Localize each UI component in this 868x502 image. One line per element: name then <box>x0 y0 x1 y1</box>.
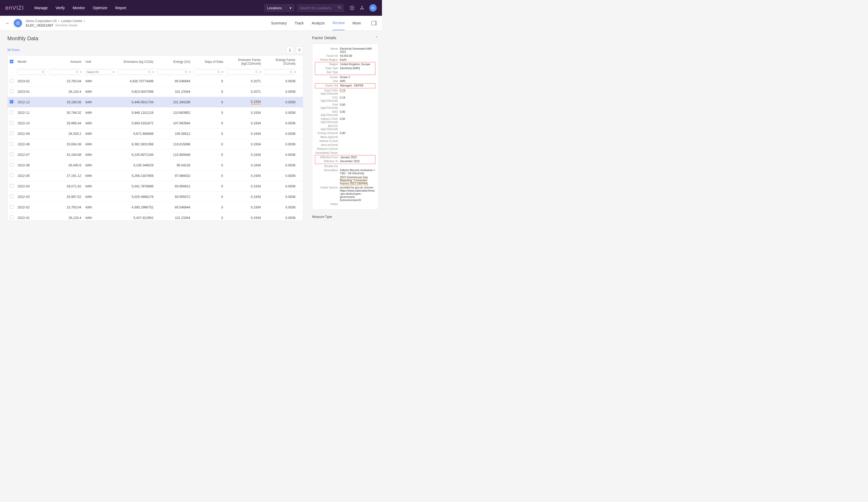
breadcrumb-item-1[interactable]: London Centre <box>61 19 82 23</box>
col-emissions[interactable]: Emissions (kg CO2e) <box>116 55 155 68</box>
detail-label: Energy (GJ)/unit <box>315 132 340 135</box>
col-unit[interactable]: Unit <box>83 55 116 68</box>
settings-button[interactable] <box>296 46 303 54</box>
row-checkbox[interactable] <box>10 132 13 135</box>
sort-unit-icon[interactable]: ▾ <box>113 71 114 73</box>
table-row[interactable]: 2022-07 32,194.68 kWh 6,225.8072184 115.… <box>8 149 303 160</box>
cell-amount: 29,329.2 <box>48 128 83 139</box>
side-panel: Factor Details ⌃ NameElectricity Generat… <box>308 31 382 221</box>
tab-analyze[interactable]: Analyze <box>311 16 325 30</box>
table-row[interactable]: 2022-05 27,191.12 kWh 5,258.2187856 97.8… <box>8 170 303 181</box>
detail-label: CH4 (kgCO2e/unit) <box>315 103 340 109</box>
back-button[interactable]: ← <box>5 21 10 26</box>
nav-manage[interactable]: Manage <box>34 6 48 10</box>
table-row[interactable]: 2022-01 28,120.4 kWh 5,437.922952 101.23… <box>8 213 303 221</box>
sort-ef-icon[interactable]: ▾ <box>260 71 261 73</box>
row-checkbox[interactable] <box>10 90 13 93</box>
nav-verify[interactable]: Verify <box>55 6 65 10</box>
table-row[interactable]: 2022-04 26,071.92 kWh 5,041.7878896 93.8… <box>8 181 303 191</box>
cell-emissions: 5,446.5631704 <box>116 97 155 107</box>
filter-energyf[interactable] <box>265 70 294 75</box>
detail-value: kWh <box>340 80 375 83</box>
col-days[interactable]: Days of Data <box>193 55 225 68</box>
search-input[interactable] <box>297 4 344 12</box>
row-checkbox[interactable] <box>10 216 13 219</box>
collapse-panel-icon[interactable]: ⌃ <box>375 36 378 40</box>
cell-unit: kWh <box>83 181 116 191</box>
main-content: Monthly Data 98 Rows Month <box>0 31 382 221</box>
panel-toggle-button[interactable] <box>371 21 377 25</box>
table-row[interactable]: 2022-10 29,995.44 kWh 5,800.5181872 107.… <box>8 118 303 128</box>
nav-report[interactable]: Report <box>115 6 126 10</box>
sort-emissions-icon[interactable]: ▾ <box>153 71 154 73</box>
tab-summary[interactable]: Summary <box>271 16 287 30</box>
row-checkbox[interactable] <box>10 205 13 209</box>
detail-label: Factor Set <box>315 84 340 87</box>
help-icon[interactable] <box>349 5 355 11</box>
row-checkbox[interactable] <box>10 79 13 83</box>
filter-ef[interactable] <box>227 70 259 75</box>
cell-energy: 93.555072 <box>156 191 193 202</box>
row-checkbox[interactable] <box>10 153 13 156</box>
cell-ef: 0.1934 <box>225 170 263 181</box>
tab-more[interactable]: More <box>352 16 361 30</box>
row-checkbox[interactable] <box>10 163 13 167</box>
avatar[interactable]: IK <box>369 4 377 12</box>
nav-optimize[interactable]: Optimize <box>93 6 107 10</box>
menu-button[interactable] <box>14 19 22 27</box>
col-energyf[interactable]: Energy Factor (GJ/unit) <box>263 55 298 68</box>
download-button[interactable] <box>286 46 293 54</box>
row-checkbox[interactable] <box>10 121 13 125</box>
row-checkbox[interactable] <box>10 142 13 146</box>
detail-value: Earth <box>340 58 375 61</box>
filter-emissions[interactable] <box>117 70 152 75</box>
cell-month: 2022-06 <box>16 160 48 170</box>
tab-track[interactable]: Track <box>295 16 303 30</box>
col-month[interactable]: Month <box>16 55 48 68</box>
table-row[interactable]: 2022-11 30,748.32 kWh 5,946.1101216 110.… <box>8 107 303 118</box>
select-all-checkbox[interactable] <box>10 60 13 63</box>
filter-unit[interactable] <box>85 70 113 75</box>
nav-monitor[interactable]: Monitor <box>73 6 85 10</box>
sort-energy-icon[interactable]: ▾ <box>189 71 191 73</box>
row-count: 98 Rows <box>7 48 20 52</box>
table-row[interactable]: 2022-03 25,987.52 kWh 5,025.4666176 93.5… <box>8 191 303 202</box>
filter-energy[interactable] <box>157 70 189 75</box>
row-checkbox[interactable] <box>10 195 13 198</box>
tab-review[interactable]: Review <box>332 16 345 30</box>
table-row[interactable]: 2022-12 28,165.08 kWh 5,446.5631704 101.… <box>8 97 303 107</box>
row-checkbox[interactable] <box>10 174 13 177</box>
row-checkbox[interactable] <box>10 100 13 104</box>
breadcrumb-item-0[interactable]: Demo Corporation US <box>26 19 57 23</box>
row-checkbox[interactable] <box>10 111 13 114</box>
table-row[interactable]: 2022-02 23,763.04 kWh 4,595.2966752 85.5… <box>8 202 303 213</box>
detail-value: 0.00 <box>340 110 375 113</box>
cell-days: 0 <box>193 139 225 149</box>
filter-amount[interactable] <box>49 70 80 75</box>
table-row[interactable]: 2022-08 33,004.36 kWh 6,382.3831368 118.… <box>8 139 303 149</box>
locations-dropdown[interactable]: Locations ▾ <box>264 4 295 12</box>
col-amount[interactable]: Amount <box>48 55 83 68</box>
filter-days[interactable] <box>194 70 221 75</box>
col-energy[interactable]: Energy (GJ) <box>156 55 193 68</box>
cell-emissions: 5,025.4666176 <box>116 191 155 202</box>
detail-value: Scope 2 <box>340 75 375 79</box>
filter-month[interactable] <box>17 70 46 75</box>
cell-energyf: 0.0036 <box>263 170 298 181</box>
row-checkbox[interactable] <box>10 184 13 188</box>
col-ef[interactable]: Emission Factor (kgCO2e/unit) <box>225 55 263 68</box>
org-icon[interactable] <box>359 5 365 11</box>
sort-energyf-icon[interactable]: ▾ <box>295 71 296 73</box>
table-row[interactable]: 2023-01 28,120.4 kWh 5,823.0037096 101.2… <box>8 86 303 97</box>
search-icon[interactable] <box>338 6 341 9</box>
measure-type-primary: Primary: Data on which emissions and ene… <box>312 220 378 221</box>
detail-label: Unit <box>315 80 340 83</box>
detail-card: NameElectricity Generated kWh 2022Factor… <box>312 44 378 210</box>
sort-days-icon[interactable]: ▾ <box>222 71 224 73</box>
sort-amount-icon[interactable]: ▾ <box>81 71 82 73</box>
table-row[interactable]: 2022-09 29,329.2 kWh 5,671.680696 105.58… <box>8 128 303 139</box>
table-scroll[interactable]: Month Amount Unit Emissions (kg CO2e) En… <box>8 55 303 220</box>
table-row[interactable]: 2023-02 23,763.04 kWh 4,920.70774496 85.… <box>8 76 303 86</box>
cell-ef: 0.1934 <box>225 202 263 213</box>
table-row[interactable]: 2022-06 26,400.6 kWh 5,105.348028 95.042… <box>8 160 303 170</box>
